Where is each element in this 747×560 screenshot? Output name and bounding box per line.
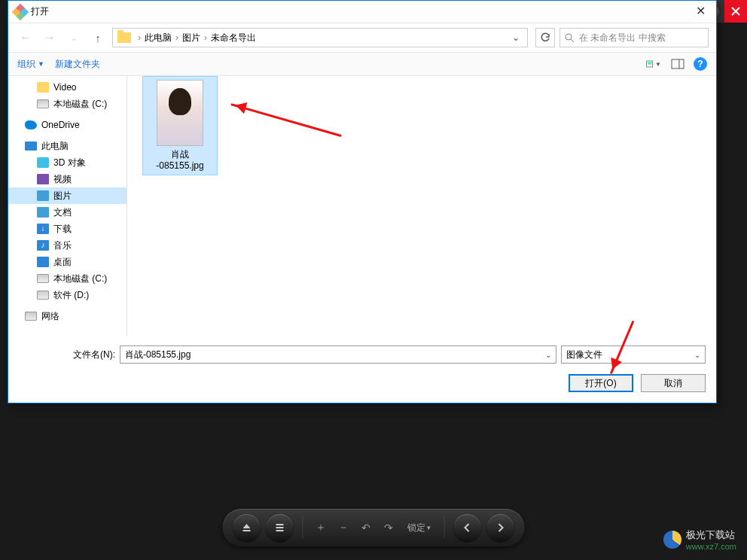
nav-back-button[interactable]: ← [16, 28, 35, 47]
pc-icon [25, 142, 37, 151]
dialog-app-icon [12, 3, 29, 20]
next-button[interactable] [487, 514, 514, 541]
chevron-down-icon[interactable]: ⌄ [694, 351, 700, 359]
tree-item-network[interactable]: 网络 [8, 308, 127, 324]
folder-icon [117, 32, 131, 43]
disk-icon [37, 274, 49, 283]
svg-rect-4 [648, 62, 651, 64]
tree-item-pictures[interactable]: 图片 [8, 187, 127, 204]
lock-toggle[interactable]: 锁定▾ [407, 522, 431, 534]
breadcrumb-dropdown-icon[interactable]: ⌄ [512, 32, 523, 43]
cancel-button[interactable]: 取消 [641, 374, 706, 392]
tree-item-local-c2[interactable]: 本地磁盘 (C:) [8, 270, 127, 287]
svg-line-2 [571, 39, 574, 42]
dialog-titlebar: 打开 ✕ [8, 1, 716, 23]
tree-item-onedrive[interactable]: OneDrive [8, 117, 127, 133]
tree-item-downloads[interactable]: 下载 [8, 221, 127, 237]
player-toolbar: ＋ － ↶ ↷ 锁定▾ [223, 509, 525, 546]
nav-tree: Video 本地磁盘 (C:) OneDrive 此电脑 3D 对象 视频 图片… [8, 76, 127, 336]
eject-button[interactable] [233, 514, 261, 541]
watermark: 极光下载站 www.xz7.com [663, 528, 736, 551]
menu-button[interactable] [267, 514, 294, 541]
open-dialog: 打开 ✕ ← → ⌄ ↑ › 此电脑 › 图片 › 未命名导出 ⌄ [8, 0, 717, 403]
file-list[interactable]: 肖战-085155.jpg [127, 76, 716, 336]
rotate-left-button[interactable]: ↶ [358, 519, 374, 536]
file-thumbnail [157, 80, 203, 146]
nav-row: ← → ⌄ ↑ › 此电脑 › 图片 › 未命名导出 ⌄ 在 未命名导出 中搜索 [8, 23, 716, 52]
file-name-label: 肖战-085155.jpg [156, 149, 203, 172]
tree-item-soft-d[interactable]: 软件 (D:) [8, 287, 127, 303]
dialog-close-button[interactable]: ✕ [690, 2, 712, 20]
svg-rect-5 [672, 59, 684, 68]
zoom-in-button[interactable]: ＋ [313, 519, 329, 536]
breadcrumb-folder2[interactable]: 未命名导出 [211, 32, 256, 44]
search-placeholder: 在 未命名导出 中搜索 [579, 32, 666, 44]
network-icon [25, 312, 37, 321]
filename-label: 文件名(N): [64, 348, 115, 361]
document-icon [37, 207, 49, 218]
folder-icon [37, 82, 49, 93]
help-button[interactable]: ? [694, 57, 707, 71]
watermark-url: www.xz7.com [686, 542, 736, 551]
open-button[interactable]: 打开(O) [569, 374, 633, 392]
tree-item-desktop[interactable]: 桌面 [8, 254, 127, 270]
picture-icon [37, 190, 49, 201]
music-icon [37, 240, 49, 251]
rotate-right-button[interactable]: ↷ [380, 519, 397, 536]
chevron-down-icon[interactable]: ⌄ [545, 351, 551, 359]
nav-recent-dropdown[interactable]: ⌄ [64, 28, 84, 47]
toolbar-row: 组织▼ 新建文件夹 ▼ ? [8, 52, 716, 76]
dialog-title: 打开 [31, 5, 49, 18]
search-input[interactable]: 在 未命名导出 中搜索 [559, 28, 709, 47]
tree-item-videos[interactable]: 视频 [8, 171, 127, 187]
tree-item-local-c[interactable]: 本地磁盘 (C:) [8, 96, 127, 112]
download-icon [37, 224, 49, 234]
breadcrumb-bar[interactable]: › 此电脑 › 图片 › 未命名导出 ⌄ [112, 28, 528, 47]
video-icon [37, 174, 49, 184]
app-frame: ＋ － ↶ ↷ 锁定▾ 极光下载站 www.xz7.com 打开 ✕ ← → ⌄… [0, 0, 747, 560]
filetype-select[interactable]: 图像文件 ⌄ [561, 345, 706, 364]
app-close-button[interactable] [724, 0, 747, 23]
new-folder-button[interactable]: 新建文件夹 [55, 58, 100, 71]
tree-item-video[interactable]: Video [8, 79, 127, 96]
disk-icon [37, 99, 49, 108]
cube-icon [37, 157, 49, 168]
view-mode-button[interactable]: ▼ [645, 57, 662, 71]
preview-pane-button[interactable] [669, 57, 686, 71]
watermark-title: 极光下载站 [686, 528, 736, 542]
tree-item-3d[interactable]: 3D 对象 [8, 154, 127, 171]
dialog-footer: 文件名(N): 肖战-085155.jpg ⌄ 图像文件 ⌄ 打开(O) 取消 [8, 336, 716, 403]
search-icon [565, 33, 575, 43]
watermark-logo-icon [663, 531, 681, 549]
prev-button[interactable] [454, 514, 481, 541]
disk-icon [37, 291, 49, 300]
file-item-selected[interactable]: 肖战-085155.jpg [142, 76, 218, 175]
breadcrumb-folder1[interactable]: 图片 [182, 32, 200, 44]
desktop-icon [37, 257, 49, 267]
filename-input[interactable]: 肖战-085155.jpg ⌄ [120, 345, 556, 364]
nav-up-button[interactable]: ↑ [88, 28, 108, 47]
dialog-body: Video 本地磁盘 (C:) OneDrive 此电脑 3D 对象 视频 图片… [8, 76, 716, 336]
svg-point-1 [566, 34, 572, 40]
refresh-button[interactable] [535, 28, 555, 47]
onedrive-icon [25, 120, 37, 129]
breadcrumb-root[interactable]: 此电脑 [145, 32, 172, 44]
organize-menu[interactable]: 组织▼ [17, 58, 44, 71]
nav-forward-button[interactable]: → [40, 28, 59, 47]
annotation-arrow-1 [230, 103, 341, 137]
tree-item-this-pc[interactable]: 此电脑 [8, 138, 127, 154]
tree-item-documents[interactable]: 文档 [8, 204, 127, 221]
tree-item-music[interactable]: 音乐 [8, 237, 127, 254]
zoom-out-button[interactable]: － [335, 519, 352, 536]
